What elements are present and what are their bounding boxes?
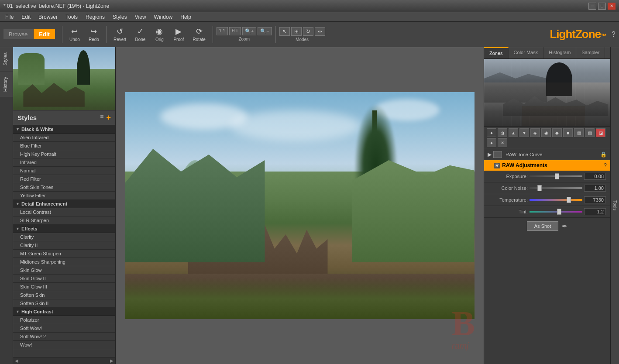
style-red-filter[interactable]: Red Filter xyxy=(13,175,115,183)
style-mt-green-sharpen[interactable]: MT Green Sharpen xyxy=(13,250,115,258)
done-button[interactable]: ✓ Done xyxy=(131,25,149,44)
style-soften-skin[interactable]: Soften Skin xyxy=(13,291,115,299)
menu-edit[interactable]: Edit xyxy=(18,13,34,21)
styles-side-tab[interactable]: Styles xyxy=(0,47,13,71)
tool-icon-1[interactable]: ● xyxy=(487,128,496,137)
style-soft-skin-tones[interactable]: Soft Skin Tones xyxy=(13,183,115,192)
tool-icon-2[interactable]: ◑ xyxy=(498,128,507,137)
tab-zones[interactable]: Zones xyxy=(484,47,509,58)
proof-button[interactable]: ▶ Proof xyxy=(170,25,187,44)
menu-regions[interactable]: Regions xyxy=(82,13,108,21)
style-midtones-sharpening[interactable]: Midtones Sharpening xyxy=(13,258,115,266)
tab-color-mask[interactable]: Color Mask xyxy=(509,47,544,58)
style-soft-wow[interactable]: Soft Wow! xyxy=(13,324,115,333)
tool-icon-circle-dot[interactable]: ◈ xyxy=(530,128,540,137)
color-noise-thumb[interactable] xyxy=(537,185,542,191)
menu-tools[interactable]: Tools xyxy=(62,13,81,21)
menu-styles[interactable]: Styles xyxy=(109,13,131,21)
undo-button[interactable]: ↩ Undo xyxy=(66,25,83,44)
style-slr-sharpen[interactable]: SLR Sharpen xyxy=(13,216,115,225)
orig-button[interactable]: ◉ Orig xyxy=(151,25,168,44)
browse-button[interactable]: Browse xyxy=(3,29,33,39)
history-side-tab[interactable]: History xyxy=(0,72,13,97)
tool-icon-triangle-down[interactable]: ▼ xyxy=(519,128,529,137)
rotate-mode-button[interactable]: ↻ xyxy=(303,27,313,36)
zoom-1-1-button[interactable]: 1:1 xyxy=(217,27,228,35)
rotate-button[interactable]: ⟳ Rotate xyxy=(189,25,209,44)
tool-icon-hatch2[interactable]: ▧ xyxy=(585,128,595,137)
style-yellow-filter[interactable]: Yellow Filter xyxy=(13,192,115,200)
style-skin-glow-ii[interactable]: Skin Glow II xyxy=(13,275,115,283)
tool-icon-square[interactable]: ■ xyxy=(563,128,573,137)
exposure-thumb[interactable] xyxy=(555,173,559,179)
raw-adj-collapse[interactable]: ▼ xyxy=(488,163,492,168)
tool-icon-triangle-up[interactable]: ▲ xyxy=(509,128,518,137)
exposure-value[interactable]: -0.08 xyxy=(584,173,606,180)
tint-thumb[interactable] xyxy=(557,209,561,215)
tab-histogram[interactable]: Histogram xyxy=(543,47,576,58)
eyedropper-button[interactable]: ✒ xyxy=(562,222,567,230)
zoom-in-button[interactable]: 🔍+ xyxy=(242,27,256,35)
close-button[interactable]: ✕ xyxy=(608,3,616,10)
category-effects[interactable]: ▼ Effects xyxy=(13,225,115,233)
color-noise-slider[interactable] xyxy=(530,187,582,189)
menu-window[interactable]: Window xyxy=(151,13,176,21)
menu-view[interactable]: View xyxy=(131,13,150,21)
style-polarizer[interactable]: Polarizer xyxy=(13,316,115,324)
style-local-contrast[interactable]: Local Contrast xyxy=(13,208,115,216)
style-clarity[interactable]: Clarity xyxy=(13,233,115,241)
style-soft-wow-2[interactable]: Soft Wow! 2 xyxy=(13,333,115,341)
exposure-slider[interactable] xyxy=(530,175,582,177)
category-black-white[interactable]: ▼ Black & White xyxy=(13,125,115,134)
styles-list-button[interactable]: ≡ xyxy=(100,113,103,122)
help-button[interactable]: ? xyxy=(612,31,616,38)
style-blue-filter[interactable]: Blue Filter xyxy=(13,142,115,150)
style-wow[interactable]: Wow! xyxy=(13,341,115,349)
redo-button[interactable]: ↪ Redo xyxy=(85,25,103,44)
style-skin-glow-iii[interactable]: Skin Glow III xyxy=(13,283,115,291)
tint-slider[interactable] xyxy=(530,211,582,213)
styles-list[interactable]: ▼ Black & White Alien Infrared Blue Filt… xyxy=(13,125,115,357)
zoom-out-button[interactable]: 🔍− xyxy=(258,27,272,35)
tool-icon-dot[interactable]: ● xyxy=(487,138,496,147)
category-detail-enhancement[interactable]: ▼ Detail Enhancement xyxy=(13,200,115,208)
tool-icon-hatch1[interactable]: ▨ xyxy=(574,128,584,137)
style-soften-skin-ii[interactable]: Soften Skin II xyxy=(13,299,115,308)
zoom-fit-button[interactable]: FIT xyxy=(229,27,241,35)
minimize-button[interactable]: ─ xyxy=(588,3,596,10)
raw-adj-help[interactable]: ? xyxy=(604,162,607,168)
style-infrared[interactable]: Infrared xyxy=(13,158,115,167)
right-tools-tab[interactable]: Tools xyxy=(610,47,619,364)
menu-browser[interactable]: Browser xyxy=(35,13,61,21)
style-clarity-ii[interactable]: Clarity II xyxy=(13,241,115,250)
flip-mode-button[interactable]: ⇔ xyxy=(315,27,325,36)
select-mode-button[interactable]: ↖ xyxy=(279,27,290,36)
category-high-contrast[interactable]: ▼ High Contrast xyxy=(13,308,115,316)
temperature-slider[interactable] xyxy=(530,199,582,201)
style-normal[interactable]: Normal xyxy=(13,167,115,175)
color-noise-value[interactable]: 1.80 xyxy=(584,185,606,192)
style-alien-infrared[interactable]: Alien Infrared xyxy=(13,134,115,142)
tint-value[interactable]: 1.2 xyxy=(584,208,606,215)
tool-icon-close[interactable]: ✕ xyxy=(498,138,507,147)
temperature-thumb[interactable] xyxy=(567,197,571,203)
style-high-key-portrait[interactable]: High Key Portrait xyxy=(13,150,115,158)
tool-icon-circle-ring[interactable]: ◉ xyxy=(541,128,551,137)
scroll-left-button[interactable]: ◀ xyxy=(15,358,18,363)
styles-add-button[interactable]: + xyxy=(106,113,111,122)
crop-mode-button[interactable]: ⊞ xyxy=(291,27,302,36)
tool-icon-diamond[interactable]: ◆ xyxy=(552,128,562,137)
tool-icon-half-square[interactable]: ◪ xyxy=(596,128,605,137)
edit-button[interactable]: Edit xyxy=(34,29,55,39)
play-button[interactable]: ▶ xyxy=(488,151,492,158)
temperature-value[interactable]: 7330 xyxy=(584,196,606,203)
revert-button[interactable]: ↺ Revert xyxy=(110,25,130,44)
lock-button[interactable]: 🔒 xyxy=(600,151,607,158)
menu-file[interactable]: File xyxy=(2,13,17,21)
scroll-right-button[interactable]: ▶ xyxy=(110,358,113,363)
tab-sampler[interactable]: Sampler xyxy=(576,47,605,58)
menu-help[interactable]: Help xyxy=(177,13,195,21)
as-shot-button[interactable]: As Shot xyxy=(527,221,559,231)
maximize-button[interactable]: □ xyxy=(598,3,606,10)
style-skin-glow[interactable]: Skin Glow xyxy=(13,266,115,275)
